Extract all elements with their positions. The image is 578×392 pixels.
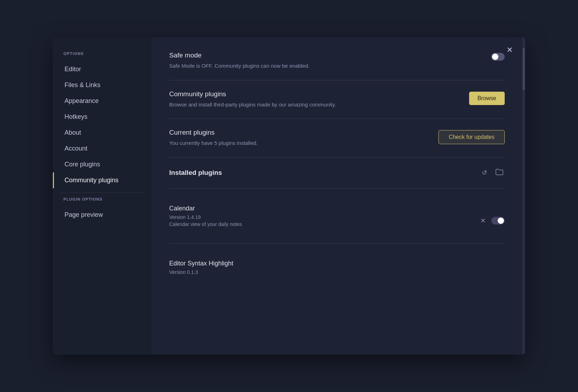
installed-icons: ↺ [480, 167, 505, 178]
open-folder-button[interactable] [494, 167, 505, 178]
settings-modal: OPTIONS Editor Files & Links Appearance … [53, 37, 525, 355]
community-plugins-section: Community plugins Browse and install thi… [169, 90, 505, 109]
sidebar-divider [60, 192, 144, 193]
current-plugins-action: Check for updates [438, 130, 505, 144]
close-icon: ✕ [506, 45, 513, 55]
sidebar-item-hotkeys[interactable]: Hotkeys [53, 109, 152, 125]
delete-calendar-button[interactable]: ✕ [480, 216, 486, 225]
current-plugins-description: You currently have 5 plugins installed. [169, 139, 431, 147]
safe-mode-section: Safe mode Safe Mode is OFF. Community pl… [169, 51, 505, 70]
reload-plugins-button[interactable]: ↺ [480, 167, 488, 178]
plugin-name-calendar: Calendar [169, 205, 505, 212]
plugin-version-calendar: Version 1.4.19 [169, 214, 242, 220]
sidebar-item-appearance[interactable]: Appearance [53, 93, 152, 109]
safe-mode-description: Safe Mode is OFF. Community plugins can … [169, 62, 484, 70]
plugin-controls-calendar: ✕ [480, 216, 505, 225]
divider-1 [169, 80, 505, 80]
plugin-desc-calendar: Calendar view of your daily notes [169, 221, 242, 227]
sidebar-item-editor[interactable]: Editor [53, 61, 152, 77]
sidebar-item-account[interactable]: Account [53, 141, 152, 157]
divider-4 [169, 188, 505, 189]
scrollbar-thumb[interactable] [523, 48, 525, 90]
current-plugins-section: Current plugins You currently have 5 plu… [169, 129, 505, 147]
toggle-knob-calendar [498, 218, 504, 224]
plugin-item-calendar: Calendar Version 1.4.19 Calendar view of… [169, 198, 505, 233]
toggle-knob [492, 54, 498, 60]
delete-icon: ✕ [480, 217, 486, 224]
sidebar-item-page-preview[interactable]: Page preview [53, 207, 152, 223]
community-plugins-title: Community plugins [169, 90, 462, 98]
sidebar: OPTIONS Editor Files & Links Appearance … [53, 37, 152, 355]
close-button[interactable]: ✕ [504, 44, 515, 56]
divider-5 [169, 243, 505, 244]
community-plugins-text: Community plugins Browse and install thi… [169, 90, 462, 109]
community-plugins-action: Browse [469, 92, 505, 105]
plugin-version-desc-calendar: Version 1.4.19 Calendar view of your dai… [169, 214, 242, 227]
sidebar-item-about[interactable]: About [53, 125, 152, 141]
options-section-label: OPTIONS [53, 51, 152, 56]
current-plugins-title: Current plugins [169, 129, 431, 136]
installed-header: Installed plugins ↺ [169, 167, 505, 178]
safe-mode-toggle[interactable] [491, 53, 505, 61]
main-content: ✕ Safe mode Safe Mode is OFF. Community … [152, 37, 522, 355]
plugin-name-editor-syntax: Editor Syntax Highlight [169, 260, 505, 267]
current-plugins-text: Current plugins You currently have 5 plu… [169, 129, 431, 147]
safe-mode-text: Safe mode Safe Mode is OFF. Community pl… [169, 51, 484, 70]
divider-3 [169, 157, 505, 158]
installed-title: Installed plugins [169, 169, 222, 177]
reload-icon: ↺ [482, 169, 487, 176]
plugin-meta-calendar: Version 1.4.19 Calendar view of your dai… [169, 214, 505, 227]
plugin-options-section-label: PLUGIN OPTIONS [53, 197, 152, 201]
calendar-toggle[interactable] [491, 217, 505, 225]
divider-2 [169, 118, 505, 119]
sidebar-item-core-plugins[interactable]: Core plugins [53, 157, 152, 172]
scrollbar-track [522, 37, 525, 355]
sidebar-item-files-links[interactable]: Files & Links [53, 77, 152, 93]
safe-mode-title: Safe mode [169, 51, 484, 59]
plugin-item-editor-syntax: Editor Syntax Highlight Version 0.1.3 [169, 253, 505, 278]
plugin-version-editor-syntax: Version 0.1.3 [169, 269, 505, 275]
folder-icon [496, 170, 503, 177]
browse-button[interactable]: Browse [469, 92, 505, 105]
installed-plugins-section: Installed plugins ↺ [169, 167, 505, 278]
sidebar-item-community-plugins[interactable]: Community plugins [53, 172, 152, 188]
check-updates-button[interactable]: Check for updates [438, 130, 505, 144]
safe-mode-action [491, 53, 505, 61]
community-plugins-description: Browse and install third-party plugins m… [169, 101, 462, 109]
